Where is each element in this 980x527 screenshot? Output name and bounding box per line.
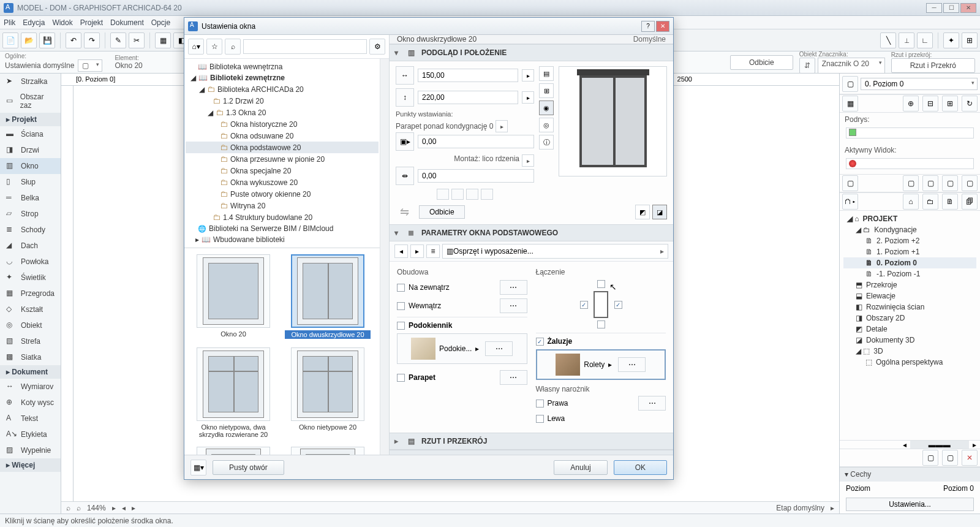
tool-btn[interactable]: ▦ [155, 32, 171, 48]
app-titlebar: MODEL - DOM - GRAPHISOFT ARCHICAD-64 20 … [0, 0, 980, 16]
defaults-label: Domyślne [633, 35, 666, 44]
tool-btn[interactable]: 💾 [39, 32, 55, 48]
preview-mode-icon[interactable]: ▤ [539, 66, 554, 74]
selected-object-name: Okno dwuskrzydłowe 20 [397, 35, 477, 44]
tool-btn[interactable]: ⊞ [962, 32, 978, 48]
dialog-title-text: Ustawienia okna [202, 22, 255, 31]
general-label: Ogólne: [5, 53, 102, 59]
tool-btn[interactable]: ↷ [84, 32, 100, 48]
app-title: MODEL - DOM - GRAPHISOFT ARCHICAD-64 20 [17, 4, 182, 12]
rzut-button[interactable]: Rzut i Przekró [891, 58, 975, 73]
tool-btn[interactable]: 📄 [2, 32, 18, 48]
dialog-icon [188, 21, 198, 31]
tool-btn[interactable]: ∟ [917, 32, 933, 48]
search-icon[interactable]: ⌕ [225, 39, 241, 55]
menu-widok[interactable]: Widok [52, 18, 72, 27]
tool-btn[interactable]: ✎ [110, 32, 126, 48]
tool-btn[interactable]: 📂 [21, 32, 37, 48]
element-value: Okno 20 [115, 61, 142, 70]
preview-3d[interactable] [559, 66, 667, 74]
element-label: Element: [115, 55, 142, 61]
search-input[interactable] [243, 39, 367, 54]
odbicie-button[interactable]: Odbicie [730, 55, 793, 70]
general-value: Ustawienia domyślne [5, 61, 74, 70]
settings-dialog: Ustawienia okna ? ✕ ⌂▾ ☆ ⌕ ⚙ Biblioteka … [184, 17, 674, 74]
dialog-titlebar[interactable]: Ustawienia okna ? ✕ [184, 18, 673, 35]
marker-select[interactable]: Znacznik O 20 [818, 58, 885, 74]
close-button[interactable]: ✕ [960, 3, 976, 13]
link-btn[interactable]: ▸ [522, 69, 534, 74]
menu-edycja[interactable]: Edycja [23, 18, 45, 27]
minimize-button[interactable]: ─ [926, 3, 942, 13]
favorite-icon[interactable]: ☆ [206, 39, 222, 55]
menu-projekt[interactable]: Projekt [80, 18, 103, 27]
marker-label: Obiekt Znacznika: [799, 51, 885, 58]
tool-btn[interactable]: ↶ [66, 32, 81, 48]
width-icon: ↔ [396, 66, 414, 74]
gear-icon[interactable]: ⚙ [369, 39, 385, 55]
menu-dokument[interactable]: Dokument [110, 18, 144, 27]
menu-plik[interactable]: Plik [4, 18, 15, 27]
tool-btn[interactable]: ╲ [880, 32, 896, 48]
general-dropdown[interactable]: ▢ [78, 59, 102, 72]
section-preview-header[interactable]: ▥PODGLĄD I POŁOŻENIE [390, 44, 673, 61]
width-input[interactable] [418, 69, 518, 74]
app-icon [4, 3, 13, 13]
rzut-label: Rzut i przekrój: [891, 51, 975, 58]
marker-icon-btn[interactable]: ⇵ [799, 58, 815, 74]
tree-scrollbar[interactable] [380, 59, 389, 74]
maximize-button[interactable]: ☐ [943, 3, 959, 13]
tool-btn[interactable]: ✦ [943, 32, 959, 48]
library-tree[interactable]: Biblioteka wewnętrzna ◢Biblioteki zewnęt… [184, 59, 380, 74]
tool-btn[interactable]: ⟂ [899, 32, 914, 48]
dialog-help-button[interactable]: ? [641, 21, 655, 32]
tool-btn[interactable]: ✂ [129, 32, 145, 48]
menu-opcje[interactable]: Opcje [151, 18, 170, 27]
home-icon[interactable]: ⌂▾ [188, 39, 204, 55]
dialog-close-button[interactable]: ✕ [656, 21, 669, 32]
